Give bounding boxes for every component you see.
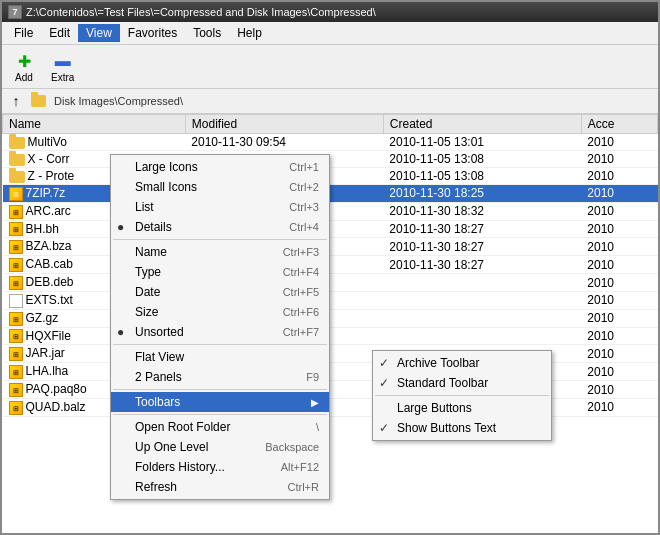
folder-icon	[9, 171, 25, 183]
cell-accessed: 2010	[581, 220, 657, 238]
archive-icon: ⊞	[9, 312, 23, 326]
check-mark: ●	[117, 325, 124, 339]
cell-created: 2010-11-30 18:32	[383, 202, 581, 220]
address-path: Disk Images\Compressed\	[54, 95, 183, 107]
title-bar: 7 Z:\Contenidos\=Test Files\=Compressed …	[2, 2, 658, 22]
cell-created: 2010-11-05 13:08	[383, 168, 581, 185]
menu-entry-type[interactable]: TypeCtrl+F4	[111, 262, 329, 282]
table-row[interactable]: ⊞BH.bh 2010-11-30 18:25 2010-11-30 18:27…	[3, 220, 658, 238]
toolbar-menu-entry-standard-toolbar[interactable]: ✓Standard Toolbar	[373, 373, 551, 393]
table-row[interactable]: ⊞7ZIP.7z 2010-11-30 18:25 2010-11-30 18:…	[3, 185, 658, 203]
address-bar: ↑ Disk Images\Compressed\	[2, 89, 658, 114]
menu-label: Unsorted	[135, 325, 184, 339]
toolbar-menu-entry-archive-toolbar[interactable]: ✓Archive Toolbar	[373, 353, 551, 373]
menu-file[interactable]: File	[6, 24, 41, 42]
shortcut-label: F9	[286, 371, 319, 383]
col-accessed[interactable]: Acce	[581, 115, 657, 134]
archive-icon: ⊞	[9, 187, 23, 201]
menu-label: Name	[135, 245, 167, 259]
col-modified[interactable]: Modified	[185, 115, 383, 134]
shortcut-label: \	[296, 421, 319, 433]
back-button[interactable]: ↑	[6, 91, 26, 111]
cell-created: 2010-11-05 13:08	[383, 151, 581, 168]
menu-label: Size	[135, 305, 158, 319]
cell-created	[383, 327, 581, 345]
extract-label: Extra	[51, 72, 74, 83]
menu-entry-name[interactable]: NameCtrl+F3	[111, 242, 329, 262]
table-row[interactable]: ⊞LHA.lha 2010-11-30 18:26 2010-11-30 18:…	[3, 363, 658, 381]
menu-label: Archive Toolbar	[397, 356, 480, 370]
menu-entry-unsorted[interactable]: ●UnsortedCtrl+F7	[111, 322, 329, 342]
extract-button[interactable]: ▬ Extra	[44, 47, 81, 86]
table-row[interactable]: ⊞PAQ.paq8o 2010-11-30 18:40 2010-11-30 1…	[3, 381, 658, 399]
table-row[interactable]: ⊞DEB.deb 2010	[3, 274, 658, 292]
menu-label: Flat View	[135, 350, 184, 364]
cell-accessed: 2010	[581, 309, 657, 327]
menu-view[interactable]: View	[78, 24, 120, 42]
menu-label: Date	[135, 285, 160, 299]
folder-icon	[9, 154, 25, 166]
menu-entry-toolbars[interactable]: Toolbars▶	[111, 392, 329, 412]
cell-modified: 2010-11-30 09:54	[185, 134, 383, 151]
archive-icon: ⊞	[9, 383, 23, 397]
cell-accessed: 2010	[581, 202, 657, 220]
cell-accessed: 2010	[581, 151, 657, 168]
menu-entry-list[interactable]: ListCtrl+3	[111, 197, 329, 217]
menu-entry-open-root-folder[interactable]: Open Root Folder\	[111, 417, 329, 437]
menu-entry-flat-view[interactable]: Flat View	[111, 347, 329, 367]
table-row[interactable]: ⊞QUAD.balz 2010	[3, 398, 658, 416]
toolbar-menu-entry-large-buttons[interactable]: Large Buttons	[373, 398, 551, 418]
table-row[interactable]: ⊞CAB.cab 2010-11-30 18:26 2010-11-30 18:…	[3, 256, 658, 274]
table-row[interactable]: ⊞BZA.bza 2010-11-30 18:25 2010-11-30 18:…	[3, 238, 658, 256]
table-row[interactable]: ⊞ARC.arc 2010-11-30 18:32 2010-11-30 18:…	[3, 202, 658, 220]
toolbars-submenu: ✓Archive Toolbar✓Standard ToolbarLarge B…	[372, 350, 552, 441]
menu-label: Large Icons	[135, 160, 198, 174]
folder-button[interactable]	[30, 91, 50, 111]
menu-tools[interactable]: Tools	[185, 24, 229, 42]
menu-favorites[interactable]: Favorites	[120, 24, 185, 42]
table-row[interactable]: ⊞HQXFile 2010	[3, 327, 658, 345]
menu-label: Show Buttons Text	[397, 421, 496, 435]
submenu-arrow: ▶	[301, 397, 319, 408]
file-table: Name Modified Created Acce MultiVo 2010-…	[2, 114, 658, 417]
menu-entry-2-panels[interactable]: 2 PanelsF9	[111, 367, 329, 387]
shortcut-label: Ctrl+3	[269, 201, 319, 213]
shortcut-label: Ctrl+2	[269, 181, 319, 193]
menu-entry-details[interactable]: ●DetailsCtrl+4	[111, 217, 329, 237]
menu-entry-folders-history...[interactable]: Folders History...Alt+F12	[111, 457, 329, 477]
add-button[interactable]: ✚ Add	[6, 47, 42, 86]
menu-entry-size[interactable]: SizeCtrl+F6	[111, 302, 329, 322]
cell-accessed: 2010	[581, 291, 657, 309]
menu-label: Open Root Folder	[135, 420, 230, 434]
cell-accessed: 2010	[581, 274, 657, 292]
col-name[interactable]: Name	[3, 115, 186, 134]
menu-entry-date[interactable]: DateCtrl+F5	[111, 282, 329, 302]
table-row[interactable]: X - Corr 2010-11-05 13:08 2010-11-05 13:…	[3, 151, 658, 168]
menu-entry-refresh[interactable]: RefreshCtrl+R	[111, 477, 329, 497]
app-icon: 7	[8, 5, 22, 19]
shortcut-label: Ctrl+4	[269, 221, 319, 233]
table-row[interactable]: EXTS.txt 2010	[3, 291, 658, 309]
menu-bar: File Edit View Favorites Tools Help	[2, 22, 658, 45]
cell-accessed: 2010	[581, 134, 657, 151]
menu-entry-large-icons[interactable]: Large IconsCtrl+1	[111, 157, 329, 177]
menu-entry-small-icons[interactable]: Small IconsCtrl+2	[111, 177, 329, 197]
menu-label: Up One Level	[135, 440, 208, 454]
archive-icon: ⊞	[9, 347, 23, 361]
table-row[interactable]: ⊞JAR.jar 2010	[3, 345, 658, 363]
toolbar-menu-entry-show-buttons-text[interactable]: ✓Show Buttons Text	[373, 418, 551, 438]
shortcut-label: Alt+F12	[261, 461, 319, 473]
table-row[interactable]: ⊞GZ.gz 2010	[3, 309, 658, 327]
table-row[interactable]: Z - Prote 2010-12-01 11:54 2010-11-05 13…	[3, 168, 658, 185]
menu-separator	[113, 414, 327, 415]
shortcut-label: Ctrl+1	[269, 161, 319, 173]
archive-icon: ⊞	[9, 205, 23, 219]
menu-edit[interactable]: Edit	[41, 24, 78, 42]
menu-entry-up-one-level[interactable]: Up One LevelBackspace	[111, 437, 329, 457]
toolbar-menu-separator	[375, 395, 549, 396]
menu-help[interactable]: Help	[229, 24, 270, 42]
menu-label: Toolbars	[135, 395, 180, 409]
col-created[interactable]: Created	[383, 115, 581, 134]
table-row[interactable]: MultiVo 2010-11-30 09:54 2010-11-05 13:0…	[3, 134, 658, 151]
menu-separator	[113, 344, 327, 345]
